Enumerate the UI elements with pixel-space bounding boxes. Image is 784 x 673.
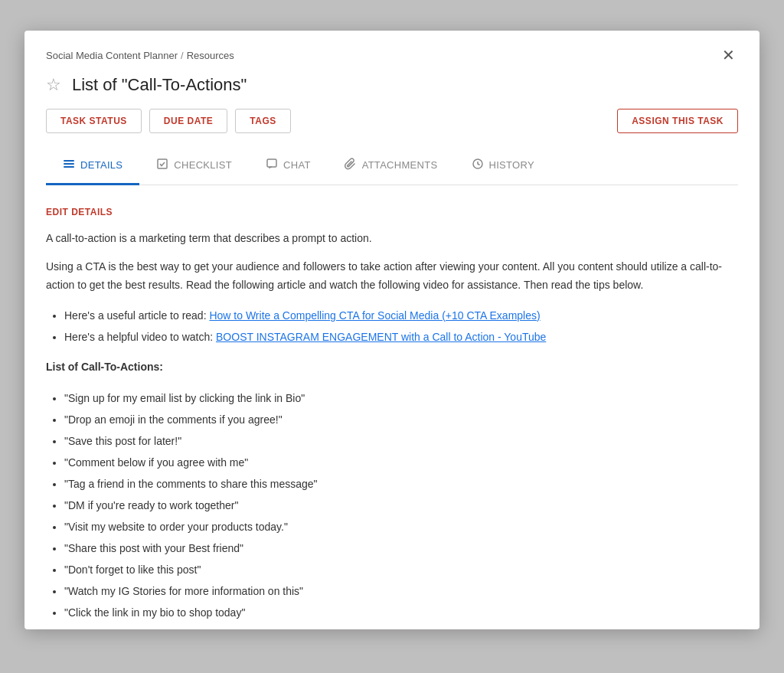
video-intro: Here's a helpful video to watch:: [64, 331, 216, 343]
paragraph-1: A call-to-action is a marketing term tha…: [46, 230, 738, 248]
checklist-icon: [156, 158, 168, 172]
svg-rect-1: [64, 163, 74, 165]
cta-items-list: "Sign up for my email list by clicking t…: [64, 387, 738, 623]
chat-icon: [266, 158, 278, 172]
list-item: "Save this post for later!": [64, 430, 738, 452]
action-row: TASK STATUS DUE DATE TAGS ASSIGN THIS TA…: [46, 109, 738, 133]
breadcrumb: Social Media Content Planner / Resources…: [46, 46, 738, 64]
list-item: "Don't forget to like this post": [64, 559, 738, 580]
article-link-item: Here's a useful article to read: How to …: [64, 305, 738, 326]
list-item: "Comment below if you agree with me": [64, 452, 738, 473]
video-link-item: Here's a helpful video to watch: BOOST I…: [64, 327, 738, 348]
due-date-button[interactable]: DUE DATE: [149, 109, 227, 133]
list-item: "Drop an emoji in the comments if you ag…: [64, 409, 738, 430]
tab-attachments[interactable]: ATTACHMENTS: [328, 147, 455, 185]
cta-list-label: List of Call-To-Actions:: [46, 358, 738, 377]
svg-rect-2: [64, 166, 74, 168]
cta-list-heading: List of Call-To-Actions:: [46, 361, 163, 373]
tab-attachments-label: ATTACHMENTS: [362, 159, 438, 171]
video-link[interactable]: BOOST INSTAGRAM ENGAGEMENT with a Call t…: [216, 331, 546, 343]
task-title: List of "Call-To-Actions": [72, 75, 247, 95]
svg-rect-4: [267, 159, 276, 167]
list-item: "Share this post with your Best friend": [64, 537, 738, 559]
star-icon[interactable]: ☆: [46, 75, 61, 95]
list-item: "Sign up for my email list by clicking t…: [64, 387, 738, 409]
attachment-icon: [345, 158, 357, 172]
section-label: EDIT DETAILS: [46, 207, 738, 217]
history-icon: [472, 158, 484, 172]
tab-details[interactable]: DETAILS: [46, 147, 139, 185]
tab-history[interactable]: HISTORY: [455, 147, 551, 185]
breadcrumb-app: Social Media Content Planner: [46, 50, 178, 61]
assign-task-button[interactable]: ASSIGN THIS TASK: [617, 109, 738, 133]
svg-rect-0: [64, 160, 74, 162]
task-modal: Social Media Content Planner / Resources…: [24, 31, 760, 629]
tab-details-label: DETAILS: [80, 159, 122, 171]
list-item: "Watch my IG Stories for more informatio…: [64, 580, 738, 602]
tags-button[interactable]: TAGS: [235, 109, 290, 133]
title-row: ☆ List of "Call-To-Actions": [46, 75, 738, 95]
task-status-button[interactable]: TASK STATUS: [46, 109, 142, 133]
tab-bar: DETAILS CHECKLIST CHAT: [46, 147, 738, 185]
close-button[interactable]: ✕: [719, 46, 738, 64]
modal-body: EDIT DETAILS A call-to-action is a marke…: [24, 185, 760, 629]
breadcrumb-separator: /: [181, 50, 184, 61]
breadcrumb-section: Resources: [187, 50, 234, 61]
svg-rect-3: [158, 159, 167, 168]
tab-history-label: HISTORY: [489, 159, 534, 171]
details-icon: [63, 158, 75, 172]
list-item: "Click the link in my bio to shop today": [64, 602, 738, 623]
article-link[interactable]: How to Write a Compelling CTA for Social…: [209, 309, 540, 322]
paragraph-2: Using a CTA is the best way to get your …: [46, 258, 738, 295]
list-item: "DM if you're ready to work together": [64, 495, 738, 516]
tab-checklist[interactable]: CHECKLIST: [139, 147, 249, 185]
modal-header: Social Media Content Planner / Resources…: [24, 31, 760, 185]
tab-chat[interactable]: CHAT: [249, 147, 328, 185]
tab-chat-label: CHAT: [283, 159, 311, 171]
list-item: "Tag a friend in the comments to share t…: [64, 473, 738, 495]
list-item: "Visit my website to order your products…: [64, 516, 738, 537]
tab-checklist-label: CHECKLIST: [174, 159, 232, 171]
links-list: Here's a useful article to read: How to …: [64, 305, 738, 348]
article-intro: Here's a useful article to read:: [64, 309, 209, 322]
